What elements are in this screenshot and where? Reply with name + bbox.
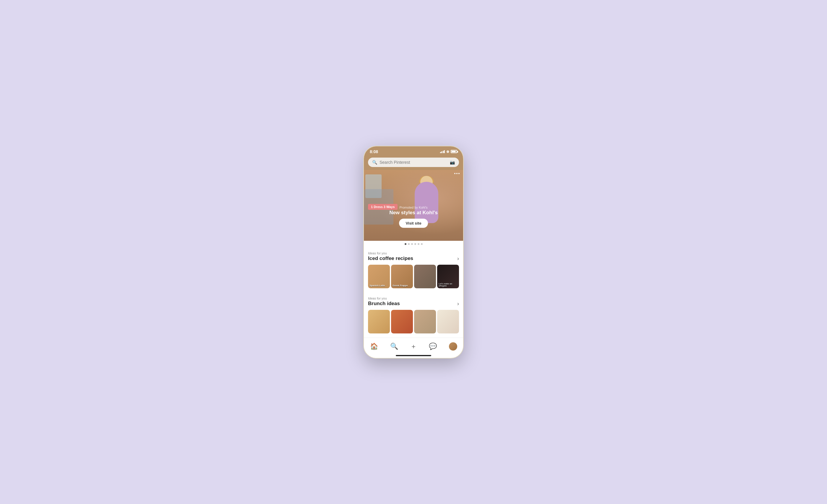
coffee-image-3[interactable] bbox=[414, 265, 436, 288]
iced-coffee-title: Iced coffee recipes bbox=[368, 256, 413, 262]
search-nav-icon: 🔍 bbox=[390, 343, 398, 350]
coffee-image-2[interactable]: Greek Frappe bbox=[391, 265, 413, 288]
brunch-image-1[interactable] bbox=[368, 310, 390, 333]
iced-coffee-chevron[interactable]: › bbox=[457, 256, 459, 262]
bottom-navigation: 🏠 🔍 ＋ 💬 bbox=[364, 338, 463, 354]
brunch-image-4[interactable] bbox=[437, 310, 459, 333]
coffee-label-4: Let's make an affogato bbox=[439, 283, 459, 287]
nav-profile[interactable] bbox=[446, 341, 460, 352]
brunch-image-3[interactable] bbox=[414, 310, 436, 333]
status-bar: 8:08 ⊛ bbox=[364, 146, 463, 156]
coffee-image-1[interactable]: Spanish Latte bbox=[368, 265, 390, 288]
phone-frame: 8:08 ⊛ 🔍 📷 bbox=[363, 146, 464, 358]
dot-1 bbox=[405, 243, 406, 245]
promo-title: New styles at Kohl's bbox=[364, 210, 463, 216]
dot-4 bbox=[415, 243, 416, 245]
promo-overlay: Promoted by Kohl's New styles at Kohl's … bbox=[364, 206, 463, 228]
brunch-image-2[interactable] bbox=[391, 310, 413, 333]
pagination-dots bbox=[364, 241, 463, 247]
search-bar-container: 🔍 📷 bbox=[364, 156, 463, 170]
brunch-meta: Ideas for you bbox=[368, 296, 459, 300]
time: 8:08 bbox=[370, 149, 378, 154]
wifi-icon: ⊛ bbox=[446, 150, 449, 154]
brunch-chevron[interactable]: › bbox=[457, 301, 459, 307]
dot-6 bbox=[421, 243, 423, 245]
nav-messages[interactable]: 💬 bbox=[426, 341, 440, 351]
home-icon: 🏠 bbox=[370, 343, 378, 350]
iced-coffee-images: Spanish Latte Greek Frappe Let's make an… bbox=[368, 265, 459, 288]
status-icons: ⊛ bbox=[440, 150, 457, 154]
add-icon: ＋ bbox=[410, 342, 417, 351]
iced-coffee-meta: Ideas for you bbox=[368, 251, 459, 255]
search-input[interactable] bbox=[380, 160, 447, 165]
nav-add[interactable]: ＋ bbox=[407, 341, 420, 352]
camera-icon[interactable]: 📷 bbox=[450, 160, 455, 165]
brunch-title: Brunch ideas bbox=[368, 301, 400, 306]
iced-coffee-section: Ideas for you Iced coffee recipes › Span… bbox=[364, 247, 463, 288]
signal-bars-icon bbox=[440, 150, 445, 153]
nav-search[interactable]: 🔍 bbox=[387, 341, 401, 351]
dot-5 bbox=[418, 243, 420, 245]
coffee-label-1: Spanish Latte bbox=[370, 284, 385, 287]
dot-2 bbox=[408, 243, 410, 245]
brunch-header: Brunch ideas › bbox=[368, 301, 459, 307]
promoted-by: Promoted by Kohl's bbox=[364, 206, 463, 209]
visit-site-button[interactable]: Visit site bbox=[399, 219, 428, 228]
content-area: Ideas for you Iced coffee recipes › Span… bbox=[364, 247, 463, 338]
hero-section: 1 Dress 3 Ways Promoted by Kohl's New st… bbox=[364, 170, 463, 241]
search-icon: 🔍 bbox=[372, 160, 377, 165]
brunch-images bbox=[368, 310, 459, 333]
coffee-label-2: Greek Frappe bbox=[393, 284, 408, 287]
search-bar[interactable]: 🔍 📷 bbox=[368, 158, 459, 167]
dot-3 bbox=[411, 243, 413, 245]
brunch-section: Ideas for you Brunch ideas › bbox=[364, 292, 463, 333]
avatar bbox=[449, 342, 457, 350]
coffee-image-4[interactable]: Let's make an affogato bbox=[437, 265, 459, 288]
nav-home[interactable]: 🏠 bbox=[367, 341, 381, 351]
home-indicator bbox=[396, 355, 431, 356]
hero-more-options[interactable] bbox=[454, 173, 459, 174]
battery-icon bbox=[451, 150, 457, 153]
iced-coffee-header: Iced coffee recipes › bbox=[368, 256, 459, 262]
messages-icon: 💬 bbox=[429, 343, 437, 350]
